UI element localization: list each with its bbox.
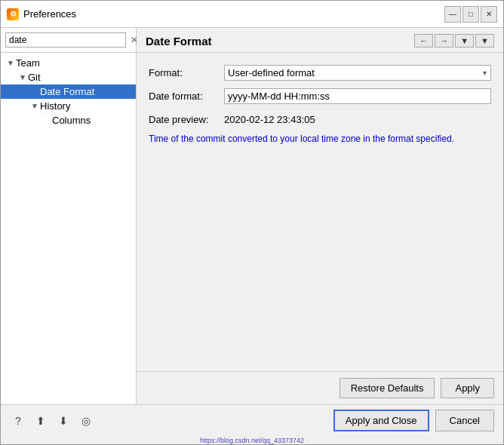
tree-label-columns: Columns <box>52 115 91 126</box>
right-panel: Date Format ← → ▼ ▼ Format: User-defined… <box>137 28 503 404</box>
watermark: https://blog.csdn.net/qq_43373742 <box>1 436 503 444</box>
minimize-button[interactable]: — <box>444 6 461 23</box>
tree-label-team: Team <box>16 57 40 69</box>
tree-item-columns[interactable]: Columns <box>1 113 136 127</box>
import-icon[interactable]: ⬇ <box>55 413 72 429</box>
nav-forward-button[interactable]: → <box>435 34 453 48</box>
bottom-buttons-area: Restore Defaults Apply <box>137 371 503 404</box>
tree-label-git: Git <box>28 72 41 83</box>
tree-arrow-git: ▼ <box>19 73 28 81</box>
apply-button[interactable]: Apply <box>441 378 494 398</box>
footer-icons: ? ⬆ ⬇ ◎ <box>10 413 327 429</box>
cancel-button[interactable]: Cancel <box>435 410 494 431</box>
export-icon[interactable]: ⬆ <box>32 413 49 429</box>
nav-dropdown1-button[interactable]: ▼ <box>455 34 474 48</box>
window-title: Preferences <box>23 8 444 20</box>
preferences-window: ⚙ Preferences — □ ✕ ✕ ▼ Team ▼ <box>0 0 504 445</box>
right-panel-title: Date Format <box>146 35 212 48</box>
right-content: Format: User-defined format Short Medium… <box>137 53 503 371</box>
date-format-label: Date format: <box>149 88 224 102</box>
tree-item-history[interactable]: ▼ History <box>1 99 136 113</box>
footer: ? ⬆ ⬇ ◎ Apply and Close Cancel <box>1 404 503 436</box>
nav-buttons: ← → ▼ ▼ <box>414 34 494 48</box>
help-icon[interactable]: ? <box>10 413 26 429</box>
date-preview-label: Date preview: <box>149 112 224 125</box>
format-row: Format: User-defined format Short Medium… <box>149 65 491 81</box>
nav-dropdown2-button[interactable]: ▼ <box>475 34 494 48</box>
date-format-row: Date format: <box>149 88 491 104</box>
tree-container: ▼ Team ▼ Git Date Format ▼ History <box>1 53 136 404</box>
format-label: Format: <box>149 65 224 78</box>
tree-label-date-format: Date Format <box>40 86 94 97</box>
date-preview-value: 2020-02-12 23:43:05 <box>224 112 315 125</box>
nav-back-button[interactable]: ← <box>414 34 433 48</box>
format-select[interactable]: User-defined format Short Medium Long Fu… <box>224 65 491 81</box>
window-controls: — □ ✕ <box>444 6 497 23</box>
close-button[interactable]: ✕ <box>481 6 497 23</box>
footer-buttons: Apply and Close Cancel <box>333 410 494 431</box>
right-header: Date Format ← → ▼ ▼ <box>137 28 503 53</box>
date-preview-row: Date preview: 2020-02-12 23:43:05 <box>149 112 491 125</box>
title-bar: ⚙ Preferences — □ ✕ <box>1 1 503 28</box>
settings-icon[interactable]: ◎ <box>78 413 94 429</box>
restore-defaults-button[interactable]: Restore Defaults <box>340 378 435 398</box>
app-icon: ⚙ <box>7 8 19 20</box>
search-bar: ✕ <box>1 28 136 53</box>
apply-and-close-button[interactable]: Apply and Close <box>333 410 429 431</box>
maximize-button[interactable]: □ <box>463 6 479 23</box>
tree-item-git[interactable]: ▼ Git <box>1 70 136 84</box>
format-dropdown-wrapper: User-defined format Short Medium Long Fu… <box>224 65 491 81</box>
help-text: Time of the commit converted to your loc… <box>149 133 491 146</box>
tree-item-team[interactable]: ▼ Team <box>1 56 136 70</box>
tree-label-history: History <box>40 100 70 112</box>
left-panel: ✕ ▼ Team ▼ Git Date Format <box>1 28 137 404</box>
main-content: ✕ ▼ Team ▼ Git Date Format <box>1 28 503 404</box>
search-input[interactable] <box>5 32 126 48</box>
tree-item-date-format[interactable]: Date Format <box>1 84 136 99</box>
tree-arrow-team: ▼ <box>7 59 16 67</box>
tree-arrow-history: ▼ <box>31 102 40 110</box>
date-format-input[interactable] <box>224 88 491 104</box>
